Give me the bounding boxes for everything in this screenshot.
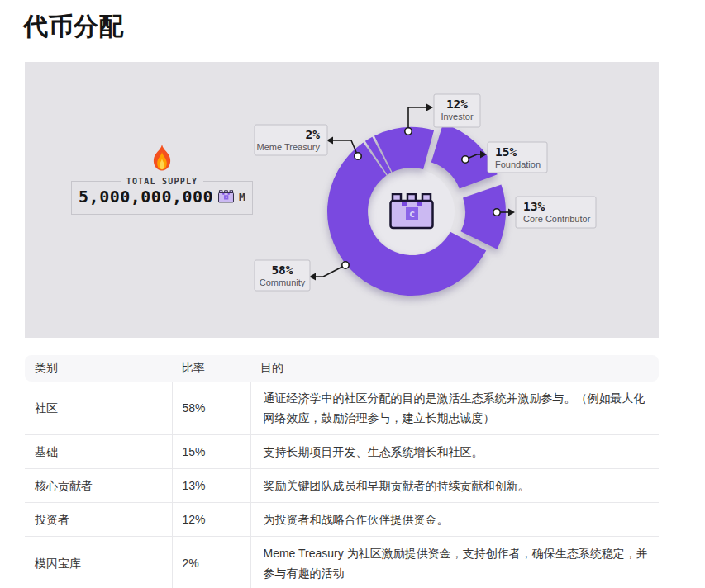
meme-coin-icon (391, 194, 433, 228)
table-row: 核心贡献者13%奖励关键团队成员和早期贡献者的持续贡献和创新。 (25, 469, 659, 503)
cell-ratio: 58% (172, 382, 250, 435)
cell-purpose: 为投资者和战略合作伙伴提供资金。 (250, 503, 659, 537)
cell-category: 核心贡献者 (25, 469, 172, 503)
cell-ratio: 2% (172, 537, 250, 588)
callout-dot (493, 209, 500, 216)
callout-meme-treasury: 2%Meme Treasury (255, 125, 361, 159)
callout-name: Foundation (495, 159, 541, 169)
donut-slice-core-contributor[interactable] (461, 185, 506, 249)
col-header-ratio: 比率 (172, 355, 250, 382)
callout-arrow-icon (508, 209, 515, 216)
cell-category: 模因宝库 (25, 537, 172, 588)
cell-purpose: 通证经济学中的社区分配的目的是激活生态系统并激励参与。（例如最大化网络效应，鼓励… (250, 382, 659, 435)
tokenomics-chart-panel: TOTAL SUPPLY 5,000,000,000 M 12%Investor… (25, 62, 659, 338)
callout-percent: 2% (306, 128, 321, 141)
page-title: 代币分配 (23, 10, 705, 44)
callout-percent: 58% (271, 263, 293, 277)
callout-percent: 15% (495, 145, 517, 159)
callout-dot (405, 128, 412, 135)
cell-category: 投资者 (25, 503, 172, 537)
cell-purpose: 奖励关键团队成员和早期贡献者的持续贡献和创新。 (250, 469, 659, 503)
callout-line (316, 265, 345, 277)
allocation-table: 类别 比率 目的 社区58%通证经济学中的社区分配的目的是激活生态系统并激励参与… (25, 355, 659, 588)
cell-category: 基础 (25, 435, 172, 469)
table-row: 社区58%通证经济学中的社区分配的目的是激活生态系统并激励参与。（例如最大化网络… (25, 382, 659, 435)
callout-name: Core Contributor (523, 214, 591, 224)
table-row: 模因宝库2%Meme Treasury 为社区激励提供资金，支持创作者，确保生态… (25, 537, 659, 588)
col-header-category: 类别 (25, 355, 172, 382)
table-header-row: 类别 比率 目的 (25, 355, 659, 382)
allocation-table-body: 社区58%通证经济学中的社区分配的目的是激活生态系统并激励参与。（例如最大化网络… (25, 382, 659, 588)
callout-name: Community (260, 277, 306, 287)
cell-category: 社区 (25, 382, 172, 435)
callout-community: 58%Community (255, 260, 349, 291)
table-row: 基础15%支持长期项目开发、生态系统增长和社区。 (25, 435, 659, 469)
callout-dot (462, 156, 469, 163)
callout-name: Meme Treasury (257, 142, 321, 152)
callout-dot (342, 262, 349, 268)
cell-purpose: 支持长期项目开发、生态系统增长和社区。 (250, 435, 659, 469)
col-header-purpose: 目的 (250, 355, 659, 382)
cell-ratio: 12% (172, 503, 250, 537)
callout-arrow-icon (426, 104, 433, 111)
callout-core-contributor: 13%Core Contributor (493, 197, 596, 228)
callout-name: Investor (441, 111, 473, 121)
cell-purpose: Meme Treasury 为社区激励提供资金，支持创作者，确保生态系统稳定，并… (250, 537, 659, 588)
donut-chart-svg: 12%Investor15%Foundation13%Core Contribu… (25, 62, 659, 338)
cell-ratio: 13% (172, 469, 250, 503)
table-row: 投资者12%为投资者和战略合作伙伴提供资金。 (25, 503, 659, 537)
callout-percent: 13% (523, 200, 545, 213)
callout-dot (355, 153, 361, 159)
callout-percent: 12% (446, 97, 468, 111)
cell-ratio: 15% (172, 435, 250, 469)
